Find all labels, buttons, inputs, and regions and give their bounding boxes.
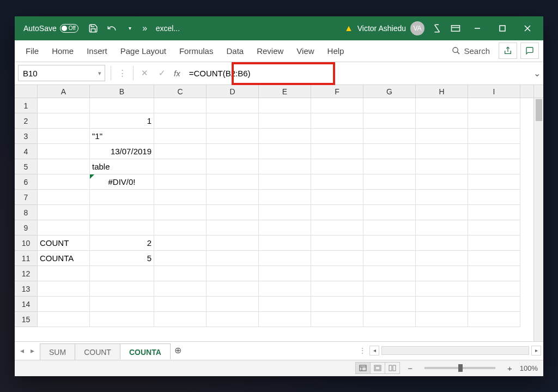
- qat-more-icon[interactable]: »: [140, 19, 150, 38]
- cell-F5[interactable]: [311, 159, 363, 174]
- cell-H10[interactable]: [416, 236, 468, 251]
- select-all-corner[interactable]: [15, 85, 38, 98]
- formula-menu-icon[interactable]: ⋮: [113, 65, 131, 81]
- cell-D6[interactable]: [207, 174, 259, 190]
- cell-C3[interactable]: [154, 129, 207, 144]
- ribbon-tab-home[interactable]: Home: [45, 40, 80, 62]
- cell-B15[interactable]: [90, 312, 154, 327]
- cell-D8[interactable]: [207, 205, 259, 220]
- cell-H2[interactable]: [416, 113, 468, 129]
- cell-F1[interactable]: [311, 98, 363, 113]
- cell-F4[interactable]: [311, 144, 363, 159]
- cell-G6[interactable]: [363, 174, 416, 190]
- cell-I9[interactable]: [468, 220, 520, 236]
- cell-E12[interactable]: [259, 266, 311, 281]
- row-header-4[interactable]: 4: [15, 144, 38, 159]
- row-header-13[interactable]: 13: [15, 281, 38, 297]
- cell-H5[interactable]: [416, 159, 468, 174]
- zoom-level[interactable]: 100%: [520, 364, 538, 372]
- cell-A6[interactable]: [38, 174, 90, 190]
- horizontal-scrollbar[interactable]: ◂ ▸: [367, 346, 543, 355]
- sheet-tab-count[interactable]: COUNT: [75, 343, 120, 360]
- row-header-11[interactable]: 11: [15, 251, 38, 266]
- row-header-12[interactable]: 12: [15, 266, 38, 281]
- fx-label[interactable]: fx: [171, 69, 184, 78]
- column-header-G[interactable]: G: [363, 85, 416, 98]
- cell-D4[interactable]: [207, 144, 259, 159]
- share-button[interactable]: [499, 43, 517, 59]
- column-header-E[interactable]: E: [259, 85, 311, 98]
- cell-E13[interactable]: [259, 281, 311, 297]
- cell-C13[interactable]: [154, 281, 207, 297]
- cell-G5[interactable]: [363, 159, 416, 174]
- cell-E4[interactable]: [259, 144, 311, 159]
- cell-E6[interactable]: [259, 174, 311, 190]
- sheet-tab-sum[interactable]: SUM: [40, 343, 75, 360]
- cell-F7[interactable]: [311, 190, 363, 205]
- ribbon-tab-file[interactable]: File: [19, 40, 45, 62]
- cell-C15[interactable]: [154, 312, 207, 327]
- cell-A9[interactable]: [38, 220, 90, 236]
- cell-C11[interactable]: [154, 251, 207, 266]
- cell-F11[interactable]: [311, 251, 363, 266]
- coming-soon-icon[interactable]: [428, 19, 446, 38]
- vertical-scrollbar[interactable]: [533, 98, 543, 341]
- cell-E8[interactable]: [259, 205, 311, 220]
- cell-D2[interactable]: [207, 113, 259, 129]
- ribbon-tab-review[interactable]: Review: [250, 40, 290, 62]
- cell-C14[interactable]: [154, 297, 207, 312]
- cell-D1[interactable]: [207, 98, 259, 113]
- row-header-5[interactable]: 5: [15, 159, 38, 174]
- cell-A4[interactable]: [38, 144, 90, 159]
- cell-D13[interactable]: [207, 281, 259, 297]
- ribbon-tab-insert[interactable]: Insert: [80, 40, 114, 62]
- cell-D11[interactable]: [207, 251, 259, 266]
- cell-F10[interactable]: [311, 236, 363, 251]
- cell-H9[interactable]: [416, 220, 468, 236]
- cell-I13[interactable]: [468, 281, 520, 297]
- cell-G1[interactable]: [363, 98, 416, 113]
- cell-E14[interactable]: [259, 297, 311, 312]
- cell-E10[interactable]: [259, 236, 311, 251]
- cell-F8[interactable]: [311, 205, 363, 220]
- cell-G13[interactable]: [363, 281, 416, 297]
- cell-H12[interactable]: [416, 266, 468, 281]
- cell-I14[interactable]: [468, 297, 520, 312]
- cell-G10[interactable]: [363, 236, 416, 251]
- cell-I6[interactable]: [468, 174, 520, 190]
- zoom-out-button[interactable]: −: [405, 364, 415, 373]
- cell-I7[interactable]: [468, 190, 520, 205]
- row-header-1[interactable]: 1: [15, 98, 38, 113]
- row-header-8[interactable]: 8: [15, 205, 38, 220]
- toggle-switch[interactable]: Off: [60, 24, 78, 33]
- cell-E1[interactable]: [259, 98, 311, 113]
- minimize-button[interactable]: [465, 16, 490, 40]
- zoom-slider[interactable]: [424, 367, 495, 369]
- cell-C5[interactable]: [154, 159, 207, 174]
- cell-B12[interactable]: [90, 266, 154, 281]
- cell-I3[interactable]: [468, 129, 520, 144]
- row-header-3[interactable]: 3: [15, 129, 38, 144]
- cell-F3[interactable]: [311, 129, 363, 144]
- undo-icon[interactable]: [102, 19, 121, 38]
- cell-A7[interactable]: [38, 190, 90, 205]
- cell-H4[interactable]: [416, 144, 468, 159]
- ribbon-tab-help[interactable]: Help: [321, 40, 351, 62]
- cell-D14[interactable]: [207, 297, 259, 312]
- cell-C8[interactable]: [154, 205, 207, 220]
- column-header-F[interactable]: F: [311, 85, 363, 98]
- cell-I4[interactable]: [468, 144, 520, 159]
- sheet-tab-counta[interactable]: COUNTA: [120, 343, 171, 360]
- cell-E7[interactable]: [259, 190, 311, 205]
- row-header-14[interactable]: 14: [15, 297, 38, 312]
- cell-I10[interactable]: [468, 236, 520, 251]
- column-header-A[interactable]: A: [38, 85, 90, 98]
- cell-F14[interactable]: [311, 297, 363, 312]
- cell-B11[interactable]: 5: [90, 251, 154, 266]
- cell-I15[interactable]: [468, 312, 520, 327]
- cell-C7[interactable]: [154, 190, 207, 205]
- cell-G14[interactable]: [363, 297, 416, 312]
- save-icon[interactable]: [84, 19, 102, 38]
- comments-button[interactable]: [520, 43, 539, 59]
- cell-C10[interactable]: [154, 236, 207, 251]
